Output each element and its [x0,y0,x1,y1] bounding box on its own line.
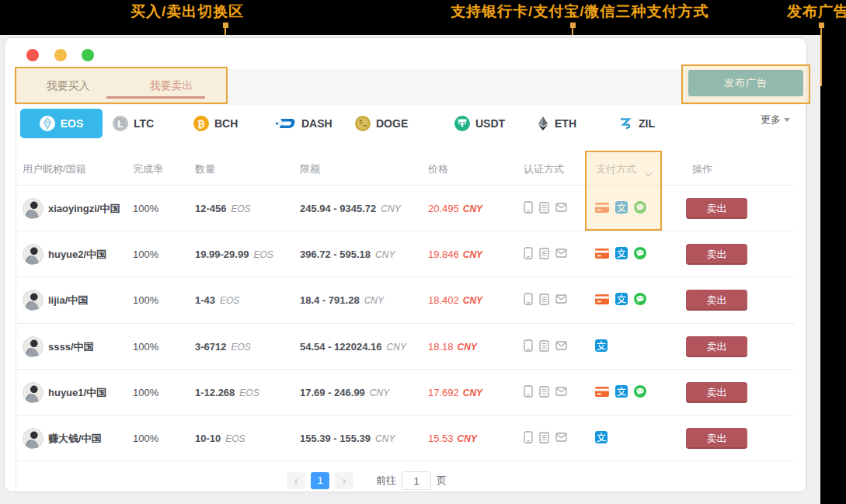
amount-cell: 1-43 EOS [195,277,239,323]
sell-button[interactable]: 卖出 [686,290,747,311]
coin-tab-dash[interactable]: DASH [276,109,332,138]
traffic-light-close[interactable] [26,49,39,61]
alipay-icon [615,201,628,216]
table-row[interactable]: huyue2/中国 100% 19.99-29.99 EOS 396.72 - … [16,231,795,277]
column-header-7: 操作 [692,162,712,176]
coin-label: BCH [214,117,238,130]
phone-icon [524,293,533,308]
payment-icons [595,186,646,231]
coin-tab-usdt[interactable]: USDT [454,109,505,138]
action-cell: 卖出 [686,186,747,231]
coin-tab-doge[interactable]: DOGE [355,109,408,138]
id-document-icon [539,340,549,354]
alipay-icon [595,431,608,446]
tab-buy[interactable]: 我要买入 [16,69,120,103]
amount-value: 3-6712 [195,341,226,353]
email-icon [555,433,567,444]
traffic-light-zoom[interactable] [82,49,94,61]
buy-sell-tab-bar: 我要买入 我要卖出 [16,69,806,105]
amount-unit: EOS [231,342,250,353]
page-number-input[interactable] [402,471,431,490]
publish-ad-button[interactable]: 发布广告 [688,70,803,96]
table-row[interactable]: huyue1/中国 100% 1-12.268 EOS 17.69 - 246.… [16,369,795,415]
payment-sort-chevron-icon[interactable] [644,166,653,180]
avatar [23,186,44,231]
action-cell: 卖出 [686,324,747,370]
alipay-icon [615,293,628,308]
sell-button[interactable]: 卖出 [686,198,747,219]
more-coins-dropdown[interactable]: 更多 [761,113,790,127]
phone-icon [524,247,533,262]
price-unit: CNY [458,342,477,353]
coin-tab-zil[interactable]: ZIL [618,109,655,138]
coin-tab-eth[interactable]: ETH [537,109,576,138]
sell-button[interactable]: 卖出 [686,244,747,265]
verification-icons [524,415,567,461]
action-cell: 卖出 [686,370,747,415]
limit-value: 245.94 - 9345.72 [300,203,376,214]
table-row[interactable]: 赚大钱/中国 100% 10-10 EOS 155.39 - 155.39 CN… [16,415,795,461]
column-header-1: 完成率 [133,162,163,176]
amount-cell: 12-456 EOS [195,186,251,231]
completion-rate: 100% [133,324,158,370]
traffic-light-minimize[interactable] [54,49,67,61]
price-value: 18.402 [428,294,459,306]
avatar [23,370,44,415]
amount-value: 19.99-29.99 [195,249,249,260]
phone-icon [524,431,533,446]
pagination: ‹ 1 › 前往 页 [287,471,447,490]
amount-unit: EOS [239,388,259,398]
eos-icon [40,116,55,131]
email-icon [555,294,567,306]
verification-icons [524,231,567,277]
id-document-icon [539,248,549,262]
sell-button[interactable]: 卖出 [686,428,747,449]
column-header-2: 数量 [195,162,215,176]
page-1-button[interactable]: 1 [311,472,329,489]
coin-tab-ltc[interactable]: ŁLTC [113,109,154,138]
bank-card-icon [595,203,609,215]
table-row[interactable]: xiaoyingzi/中国 100% 12-456 EOS 245.94 - 9… [16,185,795,231]
amount-unit: EOS [220,295,239,306]
table-bottom-divider [16,461,795,461]
sell-button[interactable]: 卖出 [686,382,747,403]
price-unit: CNY [458,433,477,444]
id-document-icon [539,386,549,400]
amount-value: 12-456 [195,203,226,214]
avatar [23,415,44,461]
completion-rate: 100% [133,186,158,231]
price-cell: 20.495 CNY [428,186,482,231]
coin-tab-eos[interactable]: EOS [20,109,103,138]
usdt-icon [454,116,470,131]
bank-card-icon [595,387,609,399]
payment-icons [595,277,646,323]
limit-value: 396.72 - 595.18 [300,249,371,260]
alipay-icon [595,339,608,354]
content-right-border [806,105,806,492]
column-header-6[interactable]: 支付方式 [596,162,636,176]
limit-unit: CNY [387,342,406,353]
coin-label: EOS [61,117,84,130]
payment-icons [595,370,646,415]
coin-tab-bch[interactable]: ₿BCH [193,109,238,138]
price-cell: 17.692 CNY [428,370,482,415]
price-value: 20.495 [428,203,459,214]
completion-rate: 100% [133,370,158,415]
limit-unit: CNY [375,249,395,260]
table-row[interactable]: ssss/中国 100% 3-6712 EOS 54.54 - 122024.1… [16,323,795,370]
price-value: 18.18 [428,341,454,353]
eth-icon [537,116,549,131]
id-document-icon [539,202,549,216]
limit-value: 54.54 - 122024.16 [300,341,382,353]
price-cell: 18.18 CNY [428,324,477,370]
limit-cell: 245.94 - 9345.72 CNY [300,186,401,231]
page-unit-label: 页 [437,474,447,488]
zil-icon [618,116,633,131]
next-page-button[interactable]: › [335,472,353,489]
table-row[interactable]: lijia/中国 100% 1-43 EOS 18.4 - 791.28 CNY… [16,276,795,323]
sell-button[interactable]: 卖出 [686,336,747,357]
callout-line [820,26,822,86]
prev-page-button[interactable]: ‹ [287,472,305,489]
doge-icon [355,116,371,131]
wechat-icon [634,293,646,308]
